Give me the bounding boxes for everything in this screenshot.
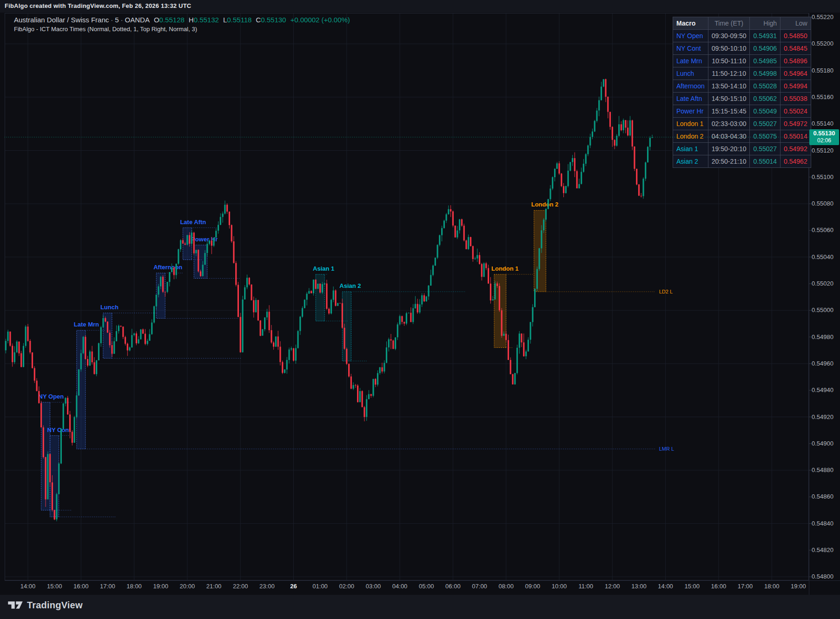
zone-extension-label: LMR L (659, 446, 674, 452)
macro-time-cell: 20:50-21:10 (708, 155, 750, 168)
time-axis-label: 19:00 (791, 583, 806, 590)
macro-row-london-2: London 204:03-04:300.550750.55014 (673, 130, 811, 143)
down-wicks (10, 79, 641, 520)
ohlc-pair: C0.55130 (256, 16, 286, 24)
macro-row-ny-open: NY Open09:30-09:500.549310.54850 (673, 30, 811, 42)
ohlc-pair: O0.55128 (154, 16, 185, 24)
price-axis-label: 0.54960 (812, 360, 833, 367)
time-axis-label: 05:00 (419, 583, 434, 590)
time-axis-label: 14:00 (658, 583, 673, 590)
zone-extension-label: LD2 L (659, 289, 673, 294)
time-axis-label: 09:00 (525, 583, 541, 590)
symbol-legend-row[interactable]: Australian Dollar / Swiss Franc·5·OANDAO… (14, 16, 350, 24)
col-header-high: High (750, 17, 780, 30)
macro-low-cell: 0.54964 (780, 67, 811, 80)
macro-time-cell: 09:30-09:50 (708, 30, 750, 42)
col-header-macro: Macro (673, 17, 708, 30)
macro-time-cell: 19:50-20:10 (708, 143, 750, 155)
macro-row-asian-2: Asian 220:50-21:100.550140.54962 (673, 155, 811, 168)
price-axis-label: 0.55040 (812, 253, 833, 261)
time-axis-label: 10:00 (552, 583, 567, 590)
price-axis-label: 0.55200 (812, 40, 833, 47)
macro-high-cell: 0.55027 (750, 118, 780, 130)
time-axis-label: 26 (290, 583, 297, 590)
macro-row-power-hr: Power Hr15:15-15:450.550490.55024 (673, 105, 811, 118)
time-axis-label: 04:00 (392, 583, 408, 590)
time-axis-label: 17:00 (100, 583, 115, 590)
interval-value: 5 (115, 16, 119, 24)
time-axis-label: 07:00 (472, 583, 487, 590)
exchange-name: OANDA (125, 16, 150, 24)
price-axis-label: 0.54920 (812, 413, 833, 421)
time-axis-label: 12:00 (605, 583, 620, 590)
price-axis-label: 0.55100 (812, 173, 833, 181)
footer-bar (0, 595, 840, 619)
macro-row-ny-cont: NY Cont09:50-10:100.549060.54845 (673, 42, 811, 55)
macro-row-late-mrn: Late Mrn10:50-11:100.549850.54896 (673, 55, 811, 67)
price-axis-label: 0.54880 (812, 466, 833, 474)
macro-time-cell: 14:50-15:10 (708, 93, 750, 105)
zone-label-ny-open: NY Open (39, 393, 64, 400)
macro-name-cell: Late Mrn (673, 55, 708, 67)
zone-label-london-2: London 2 (531, 201, 559, 208)
time-axis-label: 19:00 (153, 583, 169, 590)
price-axis-label: 0.55160 (812, 93, 833, 101)
last-price-value: 0.55130 (809, 129, 839, 137)
macro-low-cell: 0.55038 (780, 93, 811, 105)
macro-name-cell: NY Cont (673, 42, 708, 55)
time-axis-label: 13:00 (631, 583, 647, 590)
price-axis-label: 0.54980 (812, 333, 833, 341)
price-axis-label: 0.54840 (812, 520, 833, 527)
macro-high-cell: 0.55027 (750, 143, 780, 155)
macro-name-cell: London 2 (673, 130, 708, 143)
macro-high-cell: 0.55014 (750, 155, 780, 168)
time-axis-label: 16:00 (711, 583, 727, 590)
macro-time-cell: 09:50-10:10 (708, 42, 750, 55)
time-axis-label: 21:00 (206, 583, 222, 590)
macro-low-cell: 0.54896 (780, 55, 811, 67)
macro-low-cell: 0.54962 (780, 155, 811, 168)
chart-legend: Australian Dollar / Swiss Franc·5·OANDAO… (14, 16, 350, 33)
zone-label-late-mrn: Late Mrn (74, 321, 99, 328)
macro-name-cell: Lunch (673, 67, 708, 80)
macro-name-cell: London 1 (673, 118, 708, 130)
tradingview-logo-icon (7, 599, 23, 611)
price-axis-label: 0.54820 (812, 546, 833, 554)
macro-row-afternoon: Afternoon13:50-14:100.550280.54994 (673, 80, 811, 93)
price-axis-label: 0.54900 (812, 440, 833, 447)
ohlc-pair: L0.55118 (223, 16, 251, 24)
zone-label-afternoon: Afternoon (153, 264, 182, 271)
price-axis-label: 0.55220 (812, 13, 833, 21)
down-candles (9, 79, 642, 519)
candles-layer (5, 79, 653, 521)
time-axis-label: 23:00 (259, 583, 275, 590)
zone-label-asian-1: Asian 1 (313, 265, 334, 272)
indicator-legend-row[interactable]: FibAlgo - ICT Macro Times (Normal, Dotte… (14, 26, 350, 33)
macro-high-cell: 0.54985 (750, 55, 780, 67)
macro-row-asian-1: Asian 119:50-20:100.550270.54992 (673, 143, 811, 155)
col-header-time: Time (ET) (708, 17, 750, 30)
price-axis-label: 0.54860 (812, 493, 833, 500)
macro-high-cell: 0.54931 (750, 30, 780, 42)
macro-high-cell: 0.55062 (750, 93, 780, 105)
price-axis-label: 0.55140 (812, 120, 833, 127)
bar-countdown: 02:06 (809, 137, 839, 144)
snapshot-header-bar: FibAlgo created with TradingView.com, Fe… (0, 0, 840, 13)
macro-time-cell: 10:50-11:10 (708, 55, 750, 67)
tradingview-brand[interactable]: TradingView (7, 599, 83, 611)
time-axis-label: 06:00 (445, 583, 461, 590)
ohlc-pair: H0.55132 (189, 16, 219, 24)
macro-high-cell: 0.55075 (750, 130, 780, 143)
time-axis-label: 16:00 (73, 583, 89, 590)
brand-name: TradingView (27, 600, 83, 611)
macro-row-lunch: Lunch11:50-12:100.549980.54964 (673, 67, 811, 80)
separator-dot: · (119, 16, 125, 24)
price-axis-label: 0.54800 (812, 573, 833, 580)
macro-name-cell: Late Aftn (673, 93, 708, 105)
macro-time-cell: 11:50-12:10 (708, 67, 750, 80)
macro-high-cell: 0.54998 (750, 67, 780, 80)
time-axis-label: 02:00 (339, 583, 355, 590)
macro-time-cell: 04:03-04:30 (708, 130, 750, 143)
macro-times-table: Macro Time (ET) High Low NY Open09:30-09… (673, 17, 811, 168)
price-axis-label: 0.55060 (812, 226, 833, 234)
